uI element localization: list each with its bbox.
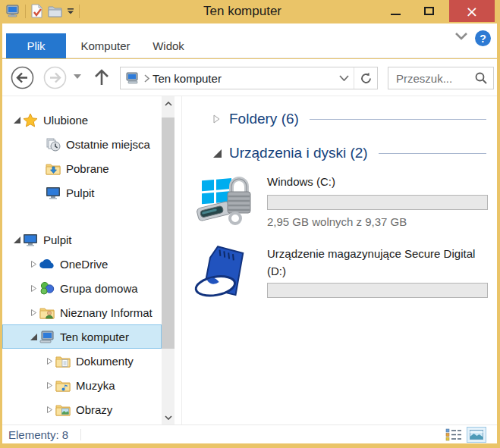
expander-expanded-icon[interactable]	[11, 116, 22, 124]
pictures-folder-icon	[55, 403, 71, 416]
address-dropdown-icon[interactable]	[334, 75, 354, 81]
navigation-bar: Ten komputer Przeszuk...	[2, 59, 497, 96]
forward-button[interactable]	[43, 66, 67, 89]
group-rule	[379, 153, 486, 154]
close-icon: ×	[466, 4, 479, 19]
back-button[interactable]	[11, 66, 34, 89]
thumbnails-view-icon[interactable]	[467, 427, 486, 443]
sd-card-icon	[191, 245, 259, 305]
capacity-bar	[267, 283, 488, 298]
recent-locations-dropdown-icon[interactable]	[74, 74, 81, 79]
maximize-button[interactable]	[417, 0, 441, 22]
sidebar-item-nieznany[interactable]: Nieznany Informat	[2, 300, 162, 324]
sidebar-item-pobrane[interactable]: Pobrane	[2, 156, 162, 180]
expander-collapsed-icon[interactable]	[44, 357, 55, 365]
up-button[interactable]	[93, 67, 110, 87]
sidebar-item-onedrive[interactable]: OneDrive	[2, 252, 162, 276]
drive-name: Urządzenie magazynujące Secure Digital (…	[267, 245, 483, 280]
desktop-icon	[22, 233, 39, 246]
expander-expanded-icon[interactable]	[11, 236, 22, 244]
scroll-down-icon[interactable]	[162, 411, 175, 424]
sidebar-item-dokumenty[interactable]: Dokumenty	[2, 349, 162, 373]
group-folders[interactable]: Foldery (6)	[212, 111, 489, 127]
onedrive-cloud-icon	[39, 258, 55, 270]
refresh-icon[interactable]	[354, 67, 377, 89]
ribbon-tab-row: Plik Komputer Widok ?	[2, 23, 497, 58]
help-icon[interactable]: ?	[475, 30, 491, 46]
sidebar-item-pulpit[interactable]: Pulpit	[2, 227, 162, 252]
expander-collapsed-icon[interactable]	[44, 381, 55, 390]
qat-separator	[25, 5, 26, 18]
sidebar-item-ten-komputer[interactable]: Ten komputer	[2, 324, 162, 349]
sidebar-item-ostatnie-miejsca[interactable]: Ostatnie miejsca	[2, 132, 162, 156]
user-folder-icon	[39, 306, 55, 319]
details-view-icon[interactable]	[445, 428, 462, 441]
new-folder-icon[interactable]	[48, 5, 62, 17]
navigation-pane: Ulubione Ostatnie miejsca	[2, 96, 162, 425]
explorer-icon	[5, 5, 20, 18]
status-bar: Elementy: 8	[2, 425, 497, 443]
search-input[interactable]: Przeszuk...	[388, 72, 475, 85]
search-box[interactable]: Przeszuk...	[388, 67, 494, 89]
expander-expanded-icon[interactable]	[28, 333, 39, 341]
explorer-window: Ten komputer × Plik Komputer Widok ?	[0, 0, 500, 448]
properties-icon[interactable]	[30, 4, 43, 18]
items-view: Foldery (6) Urządzenia i dyski (2)	[181, 96, 497, 425]
minimize-button[interactable]	[383, 0, 407, 22]
breadcrumb-chevron-icon[interactable]	[144, 74, 149, 83]
computer-icon	[39, 331, 55, 343]
star-icon	[22, 113, 39, 127]
sidebar-item-grupa-domowa[interactable]: Grupa domowa	[2, 276, 162, 300]
items-count: Elementy: 8	[8, 428, 68, 441]
group-collapsed-icon[interactable]	[212, 114, 229, 124]
expander-collapsed-icon[interactable]	[28, 309, 39, 317]
recent-places-icon	[45, 137, 61, 152]
music-folder-icon	[55, 379, 71, 392]
titlebar[interactable]: Ten komputer ×	[0, 0, 500, 23]
tree-scrollbar[interactable]	[162, 96, 175, 425]
group-rule	[310, 119, 486, 120]
free-space-text: 2,95 GB wolnych z 9,37 GB	[267, 215, 407, 228]
sidebar-item-muzyka[interactable]: Muzyka	[2, 373, 162, 397]
scrollbar-thumb[interactable]	[162, 117, 175, 349]
tab-computer[interactable]: Komputer	[72, 33, 139, 58]
content-area: Ulubione Ostatnie miejsca	[2, 96, 497, 425]
group-expanded-icon[interactable]	[212, 149, 229, 158]
scroll-up-icon[interactable]	[162, 97, 175, 110]
capacity-bar	[267, 195, 488, 210]
expander-collapsed-icon[interactable]	[44, 406, 55, 414]
address-bar[interactable]: Ten komputer	[120, 67, 378, 89]
close-button[interactable]: ×	[449, 0, 495, 22]
tab-file[interactable]: Plik	[6, 33, 66, 58]
sidebar-item-pulpit-fav[interactable]: Pulpit	[2, 180, 162, 205]
computer-icon	[125, 72, 140, 84]
qat-separator	[79, 5, 80, 18]
expand-ribbon-chevron-icon[interactable]	[454, 32, 468, 40]
drive-name: Windows (C:)	[267, 175, 335, 188]
breadcrumb[interactable]: Ten komputer	[153, 72, 222, 85]
homegroup-icon	[39, 281, 55, 295]
documents-folder-icon	[55, 355, 71, 368]
tab-view[interactable]: Widok	[143, 33, 193, 58]
search-icon[interactable]	[475, 72, 493, 84]
sidebar-item-ulubione[interactable]: Ulubione	[2, 108, 162, 132]
window-title: Ten komputer	[114, 4, 371, 19]
customize-quick-access-icon[interactable]	[67, 8, 74, 14]
desktop-icon	[45, 186, 61, 199]
downloads-folder-icon	[45, 162, 61, 175]
expander-collapsed-icon[interactable]	[28, 284, 39, 293]
sidebar-item-obrazy[interactable]: Obrazy	[2, 397, 162, 421]
quick-access-toolbar	[5, 4, 80, 18]
windows-drive-locked-icon	[196, 172, 255, 227]
status-divider	[80, 429, 81, 440]
expander-collapsed-icon[interactable]	[28, 260, 39, 268]
group-devices[interactable]: Urządzenia i dyski (2)	[212, 145, 489, 161]
